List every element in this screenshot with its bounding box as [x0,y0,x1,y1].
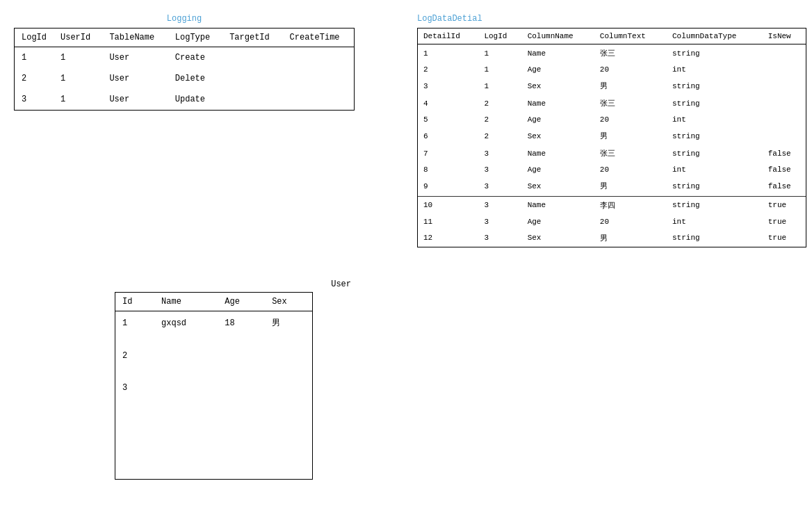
user-section: User Id Name Age Sex 1gxqsd18男23 [115,292,313,480]
logdata-header-row: DetailId LogId ColumnName ColumnText Col… [418,28,806,44]
table-row: 2 [115,345,312,366]
table-row: 31UserUpdate [15,89,354,110]
logdata-col-isnew: IsNew [763,28,806,44]
logdata-col-columndatatype: ColumnDataType [667,28,763,44]
logdata-col-columntext: ColumnText [594,28,667,44]
table-row: 103Name李四stringtrue [418,196,806,214]
logging-col-tablename: TableName [102,28,168,47]
table-row: 123Sex男stringtrue [418,229,806,247]
user-header-row: Id Name Age Sex [115,293,312,311]
logging-col-createtime: CreateTime [283,28,354,47]
table-row: 62Sex男string [418,127,806,145]
user-col-id: Id [115,293,154,311]
table-row: 93Sex男stringfalse [418,177,806,195]
logdata-title: LogDataDetial [417,14,806,24]
user-col-name: Name [154,293,218,311]
user-table-box: Id Name Age Sex 1gxqsd18男23 [115,292,313,480]
user-col-sex: Sex [265,293,312,311]
logging-title: Logging [14,14,355,24]
logging-table: LogId UserId TableName LogType TargetId … [15,28,354,110]
logging-section: Logging LogId UserId TableName LogType T… [14,14,355,111]
user-title: User [331,279,351,289]
logdata-table-box: DetailId LogId ColumnName ColumnText Col… [417,28,806,247]
logdata-col-logid: LogId [478,28,521,44]
table-row: 113Age20inttrue [418,214,806,229]
logging-table-box: LogId UserId TableName LogType TargetId … [14,28,355,111]
table-row: 42Name张三string [418,95,806,112]
user-table: Id Name Age Sex 1gxqsd18男23 [115,293,312,409]
logdata-table: DetailId LogId ColumnName ColumnText Col… [418,28,806,247]
logdata-col-detailid: DetailId [418,28,478,44]
table-row: 83Age20intfalse [418,162,806,177]
table-row: 31Sex男string [418,77,806,95]
table-row: 11Name张三string [418,44,806,63]
table-row: 21Age20int [418,62,806,77]
table-row: 11UserCreate [15,47,354,69]
logging-col-userid: UserId [54,28,102,47]
table-row: 3 [115,377,312,398]
table-row: 21UserDelete [15,68,354,89]
logdata-col-columnname: ColumnName [522,28,594,44]
user-col-age: Age [218,293,265,311]
table-row: 52Age20int [418,112,806,127]
table-row: 73Name张三stringfalse [418,145,806,162]
logging-col-logid: LogId [15,28,54,47]
logdata-section: LogDataDetial DetailId LogId ColumnName … [417,14,806,247]
logging-header-row: LogId UserId TableName LogType TargetId … [15,28,354,47]
table-row: 1gxqsd18男 [115,311,312,335]
logging-col-targetid: TargetId [222,28,282,47]
logging-col-logtype: LogType [168,28,222,47]
